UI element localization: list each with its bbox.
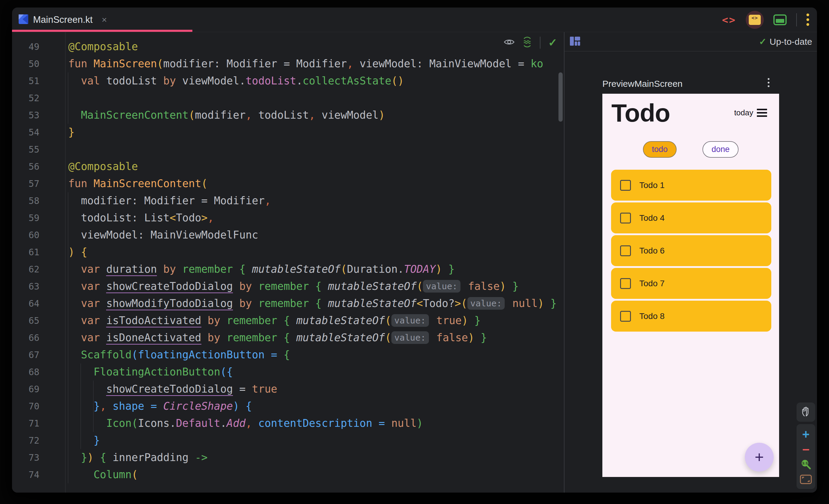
zoom-out-button[interactable]: − (802, 443, 810, 456)
filter-chip-done[interactable]: done (702, 141, 738, 158)
kotlin-file-icon (19, 14, 28, 25)
code-line: ) { (68, 243, 564, 261)
editor-tab-bar: MainScreen.kt × <> <> (12, 7, 817, 32)
hamburger-icon[interactable] (757, 109, 767, 117)
code-line: MainScreenContent(modifier, todoList, vi… (68, 107, 564, 124)
gutter-separator (65, 32, 66, 493)
preview-eye-icon[interactable] (504, 38, 515, 47)
preview-options-icon[interactable] (768, 78, 769, 87)
filter-chip-todo[interactable]: todo (643, 141, 677, 158)
todo-card[interactable]: Todo 4 (611, 202, 771, 233)
status-text: Up-to-date (769, 37, 812, 47)
editor-scrollbar[interactable] (558, 72, 563, 122)
line-number: 57 (12, 175, 39, 192)
code-line: @Composable (68, 38, 564, 55)
zoom-controls: + − 1:1 (797, 424, 815, 489)
code-line: Icon(Icons.Default.Add, contentDescripti… (68, 415, 564, 432)
todo-card[interactable]: Todo 8 (611, 301, 771, 332)
line-number: 52 (12, 89, 39, 107)
check-icon: ✓ (759, 36, 766, 47)
split-view-icon: <> (749, 15, 761, 25)
code-line: }, shape = CircleShape) { (68, 398, 564, 415)
more-options-icon[interactable] (806, 13, 809, 26)
line-number: 56 (12, 158, 39, 175)
todo-label: Todo 7 (639, 279, 664, 288)
code-line: @Composable (68, 158, 564, 175)
line-number: 72 (12, 432, 39, 449)
hand-icon (801, 406, 811, 418)
todo-checkbox[interactable] (620, 212, 631, 224)
code-editor[interactable]: 4950515253545556575859606162636465666768… (12, 32, 564, 493)
preview-name-label: PreviewMainScreen (602, 79, 683, 89)
preview-canvas: PreviewMainScreen Todo today tododone To… (565, 52, 817, 493)
code-line: var duration by remember { mutableStateO… (68, 261, 564, 278)
tab-title: MainScreen.kt (33, 14, 93, 25)
todo-checkbox[interactable] (620, 311, 631, 322)
todo-checkbox[interactable] (620, 245, 631, 256)
todo-label: Todo 8 (639, 311, 664, 321)
code-line: var isDoneActivated by remember { mutabl… (68, 329, 564, 346)
editor-gutter: 4950515253545556575859606162636465666768… (12, 38, 39, 483)
code-line: viewModel: MainViewModelFunc (68, 227, 564, 243)
no-problems-check-icon[interactable]: ✓ (548, 36, 557, 49)
code-line: var showModifyTodoDialog by remember { m… (68, 295, 564, 312)
line-number: 49 (12, 38, 39, 55)
tab-mainscreen-kt[interactable]: MainScreen.kt × (12, 7, 192, 32)
code-line: } (68, 124, 564, 141)
line-number: 69 (12, 381, 39, 398)
code-view-icon[interactable]: <> (722, 14, 736, 26)
code-line: showCreateTodoDialog = true (68, 381, 564, 398)
code-line: fun MainScreenContent( (68, 175, 564, 192)
zoom-100-button[interactable]: 1:1 (800, 459, 812, 472)
design-view-icon[interactable] (773, 14, 787, 25)
zoom-in-button[interactable]: + (802, 428, 810, 441)
ide-window: MainScreen.kt × <> <> 495051525354555657… (12, 7, 817, 493)
code-line (68, 89, 564, 107)
line-number: 66 (12, 329, 39, 346)
layout-grid-icon[interactable] (570, 37, 580, 47)
code-line: }) { innerPadding -> (68, 449, 564, 466)
line-number: 64 (12, 295, 39, 312)
line-number: 65 (12, 312, 39, 329)
line-number: 61 (12, 243, 39, 261)
zoom-to-fit-button[interactable] (800, 474, 812, 486)
pan-tool-button[interactable] (797, 402, 815, 422)
split-view-button[interactable]: <> (746, 11, 764, 29)
todo-checkbox[interactable] (620, 180, 631, 191)
todo-label: Todo 4 (639, 213, 664, 223)
app-title: Todo (611, 100, 670, 125)
line-number: 73 (12, 449, 39, 466)
line-number: 53 (12, 107, 39, 124)
add-todo-fab[interactable]: + (745, 443, 774, 472)
code-line: } (68, 432, 564, 449)
today-menu[interactable]: today (734, 108, 767, 117)
todo-card[interactable]: Todo 1 (611, 170, 771, 201)
todo-card[interactable]: Todo 6 (611, 235, 771, 266)
inspections-icon[interactable] (522, 37, 532, 49)
close-icon[interactable]: × (102, 15, 107, 25)
code-line: Scaffold(floatingActionButton = { (68, 346, 564, 363)
line-number: 71 (12, 415, 39, 432)
phone-preview: Todo today tododone Todo 1Todo 4Todo 6To… (602, 94, 779, 477)
line-number: 55 (12, 141, 39, 158)
line-number: 51 (12, 72, 39, 89)
code-line: Column( (68, 466, 564, 483)
svg-text:1:1: 1:1 (802, 461, 808, 465)
code-line: todoList: List<Todo>, (68, 209, 564, 227)
line-number: 62 (12, 261, 39, 278)
line-number: 59 (12, 209, 39, 227)
todo-card[interactable]: Todo 7 (611, 268, 771, 299)
line-number: 67 (12, 346, 39, 363)
compose-preview-panel: ✓ Up-to-date PreviewMainScreen Todo toda… (565, 32, 817, 493)
line-number: 74 (12, 466, 39, 483)
overlay-divider (540, 37, 540, 49)
code-line: fun MainScreen(modifier: Modifier = Modi… (68, 55, 564, 72)
code-lines: @Composablefun MainScreen(modifier: Modi… (68, 38, 564, 483)
todo-list: Todo 1Todo 4Todo 6Todo 7Todo 8 (611, 170, 771, 332)
line-number: 50 (12, 55, 39, 72)
line-number: 58 (12, 192, 39, 209)
line-number: 63 (12, 278, 39, 295)
code-line: modifier: Modifier = Modifier, (68, 192, 564, 209)
todo-checkbox[interactable] (620, 278, 631, 289)
todo-label: Todo 1 (639, 181, 664, 190)
